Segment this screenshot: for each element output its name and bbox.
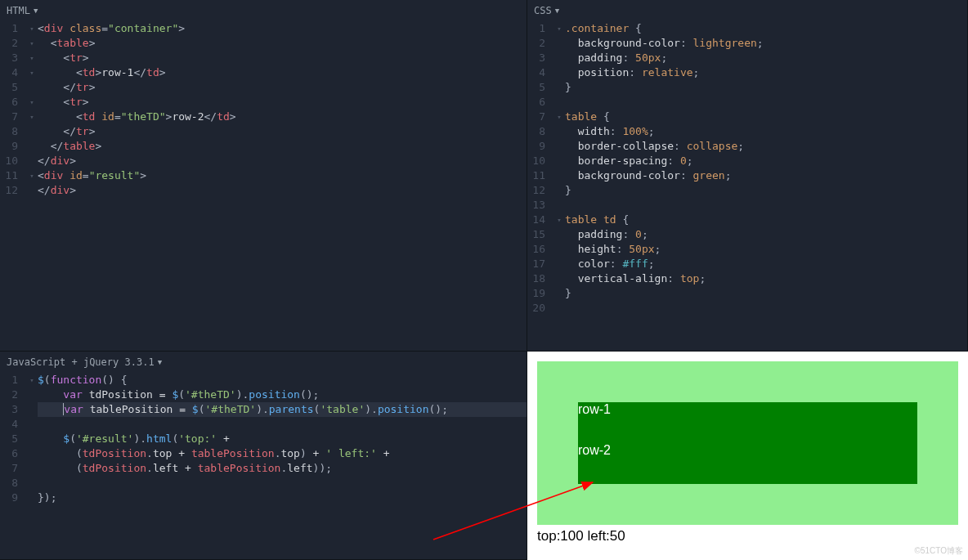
html-pane-header[interactable]: HTML ▼ bbox=[0, 0, 527, 21]
css-fold: ▾▾▾ bbox=[553, 21, 565, 351]
js-pane: JavaScript + jQuery 3.3.1 ▼ 123456789 ▾ … bbox=[0, 352, 527, 560]
preview-table: row-1 row-2 bbox=[578, 402, 917, 484]
preview-cell-1: row-1 bbox=[578, 402, 917, 443]
watermark: ©51CTO博客 bbox=[915, 545, 963, 557]
html-editor[interactable]: 123456789101112 ▾▾▾▾▾▾▾ <div class="cont… bbox=[0, 21, 527, 351]
html-pane: HTML ▼ 123456789101112 ▾▾▾▾▾▾▾ <div clas… bbox=[0, 0, 527, 352]
chevron-down-icon: ▼ bbox=[158, 358, 162, 366]
preview-cell-2: row-2 bbox=[578, 443, 917, 484]
css-pane-title: CSS bbox=[534, 5, 552, 16]
html-code[interactable]: <div class="container"> <table> <tr> <td… bbox=[38, 21, 527, 351]
js-editor[interactable]: 123456789 ▾ $(function() { var tdPositio… bbox=[0, 373, 527, 559]
js-pane-header[interactable]: JavaScript + jQuery 3.3.1 ▼ bbox=[0, 352, 527, 373]
html-gutter: 123456789101112 bbox=[0, 21, 26, 351]
css-code[interactable]: .container { background-color: lightgree… bbox=[565, 21, 967, 351]
css-gutter: 1234567891011121314151617181920 bbox=[527, 21, 553, 351]
chevron-down-icon: ▼ bbox=[34, 7, 38, 15]
html-fold: ▾▾▾▾▾▾▾ bbox=[26, 21, 38, 351]
js-code[interactable]: $(function() { var tdPosition = $('#theT… bbox=[38, 373, 527, 559]
js-gutter: 123456789 bbox=[0, 373, 26, 559]
preview-container: row-1 row-2 bbox=[537, 361, 958, 525]
chevron-down-icon: ▼ bbox=[555, 7, 559, 15]
js-pane-title: JavaScript + jQuery 3.3.1 bbox=[7, 356, 155, 368]
js-fold: ▾ bbox=[26, 373, 38, 559]
table-row: row-1 bbox=[578, 402, 917, 443]
css-pane: CSS ▼ 1234567891011121314151617181920 ▾▾… bbox=[527, 0, 968, 352]
css-editor[interactable]: 1234567891011121314151617181920 ▾▾▾ .con… bbox=[527, 21, 967, 351]
css-pane-header[interactable]: CSS ▼ bbox=[527, 0, 967, 21]
table-row: row-2 bbox=[578, 443, 917, 484]
preview-pane: row-1 row-2 top:100 left:50 bbox=[527, 352, 968, 560]
html-pane-title: HTML bbox=[7, 5, 30, 16]
preview-result: top:100 left:50 bbox=[537, 525, 958, 544]
